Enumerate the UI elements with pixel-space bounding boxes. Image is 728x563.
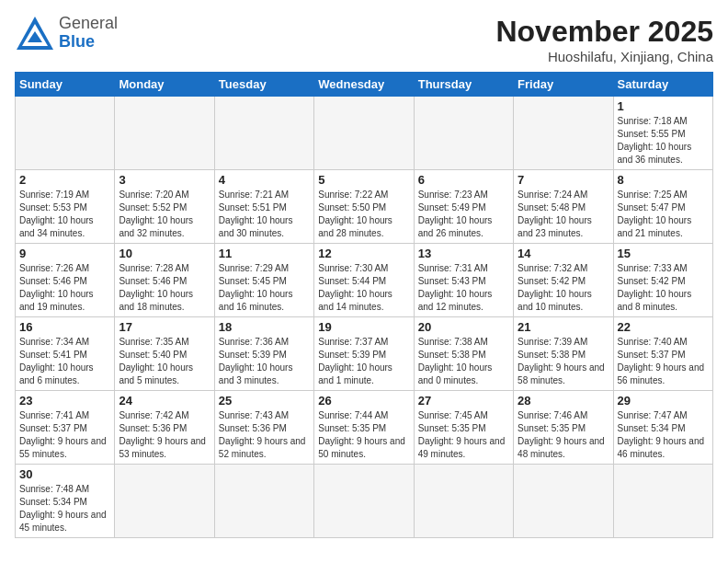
- day-info: Sunrise: 7:44 AM Sunset: 5:35 PM Dayligh…: [318, 409, 409, 461]
- day-number: 18: [219, 320, 310, 334]
- day-info: Sunrise: 7:41 AM Sunset: 5:37 PM Dayligh…: [19, 409, 110, 461]
- calendar-cell: [214, 465, 313, 538]
- day-number: 12: [318, 247, 409, 260]
- logo: General Blue: [15, 15, 118, 52]
- day-number: 11: [219, 247, 310, 260]
- weekday-header-row: SundayMondayTuesdayWednesdayThursdayFrid…: [16, 73, 713, 97]
- calendar-cell: 19Sunrise: 7:37 AM Sunset: 5:39 PM Dayli…: [314, 317, 414, 391]
- calendar-cell: [514, 465, 613, 538]
- calendar-cell: 9Sunrise: 7:26 AM Sunset: 5:46 PM Daylig…: [16, 244, 115, 317]
- calendar-cell: 11Sunrise: 7:29 AM Sunset: 5:45 PM Dayli…: [214, 244, 313, 317]
- day-number: 24: [119, 394, 210, 408]
- day-number: 3: [119, 173, 210, 187]
- day-info: Sunrise: 7:25 AM Sunset: 5:47 PM Dayligh…: [618, 189, 709, 240]
- calendar-cell: 4Sunrise: 7:21 AM Sunset: 5:51 PM Daylig…: [214, 170, 313, 244]
- day-info: Sunrise: 7:19 AM Sunset: 5:53 PM Dayligh…: [19, 189, 110, 240]
- day-number: 29: [618, 394, 709, 408]
- logo-blue: Blue: [59, 32, 95, 51]
- calendar-cell: 6Sunrise: 7:23 AM Sunset: 5:49 PM Daylig…: [414, 170, 513, 244]
- day-number: 4: [219, 173, 310, 187]
- day-number: 7: [518, 173, 609, 187]
- calendar-cell: 30Sunrise: 7:48 AM Sunset: 5:34 PM Dayli…: [16, 465, 115, 538]
- weekday-header-saturday: Saturday: [613, 73, 712, 97]
- day-info: Sunrise: 7:22 AM Sunset: 5:50 PM Dayligh…: [318, 189, 409, 240]
- calendar-cell: [115, 465, 214, 538]
- month-title: November 2025: [495, 15, 713, 49]
- calendar-cell: 17Sunrise: 7:35 AM Sunset: 5:40 PM Dayli…: [115, 317, 214, 391]
- day-info: Sunrise: 7:33 AM Sunset: 5:42 PM Dayligh…: [618, 262, 709, 314]
- calendar-cell: [314, 465, 414, 538]
- calendar-cell: 24Sunrise: 7:42 AM Sunset: 5:36 PM Dayli…: [115, 391, 214, 465]
- week-row-0: 1Sunrise: 7:18 AM Sunset: 5:55 PM Daylig…: [16, 97, 713, 170]
- calendar-cell: 28Sunrise: 7:46 AM Sunset: 5:35 PM Dayli…: [514, 391, 613, 465]
- week-row-4: 23Sunrise: 7:41 AM Sunset: 5:37 PM Dayli…: [16, 391, 713, 465]
- calendar-cell: [414, 97, 513, 170]
- calendar-cell: 18Sunrise: 7:36 AM Sunset: 5:39 PM Dayli…: [214, 317, 313, 391]
- day-info: Sunrise: 7:20 AM Sunset: 5:52 PM Dayligh…: [119, 189, 210, 240]
- header: General Blue November 2025 Huoshilafu, X…: [15, 15, 713, 64]
- weekday-header-sunday: Sunday: [16, 73, 115, 97]
- weekday-header-tuesday: Tuesday: [214, 73, 313, 97]
- calendar-cell: 2Sunrise: 7:19 AM Sunset: 5:53 PM Daylig…: [16, 170, 115, 244]
- day-number: 6: [418, 173, 509, 187]
- calendar-cell: 5Sunrise: 7:22 AM Sunset: 5:50 PM Daylig…: [314, 170, 414, 244]
- calendar-cell: [214, 97, 313, 170]
- page: General Blue November 2025 Huoshilafu, X…: [0, 0, 728, 546]
- calendar-cell: 15Sunrise: 7:33 AM Sunset: 5:42 PM Dayli…: [613, 244, 712, 317]
- day-info: Sunrise: 7:47 AM Sunset: 5:34 PM Dayligh…: [618, 409, 709, 461]
- day-number: 23: [19, 394, 110, 408]
- logo-general: General: [59, 14, 118, 32]
- day-number: 16: [19, 320, 110, 334]
- day-number: 2: [19, 173, 110, 187]
- calendar-cell: 26Sunrise: 7:44 AM Sunset: 5:35 PM Dayli…: [314, 391, 414, 465]
- day-info: Sunrise: 7:45 AM Sunset: 5:35 PM Dayligh…: [418, 409, 509, 461]
- day-number: 28: [518, 394, 609, 408]
- calendar-cell: 27Sunrise: 7:45 AM Sunset: 5:35 PM Dayli…: [414, 391, 513, 465]
- day-number: 21: [518, 320, 609, 334]
- calendar-cell: [115, 97, 214, 170]
- title-block: November 2025 Huoshilafu, Xinjiang, Chin…: [495, 15, 713, 64]
- calendar-cell: 12Sunrise: 7:30 AM Sunset: 5:44 PM Dayli…: [314, 244, 414, 317]
- calendar-cell: [514, 97, 613, 170]
- calendar-cell: 7Sunrise: 7:24 AM Sunset: 5:48 PM Daylig…: [514, 170, 613, 244]
- day-number: 17: [119, 320, 210, 334]
- day-info: Sunrise: 7:46 AM Sunset: 5:35 PM Dayligh…: [518, 409, 609, 461]
- day-number: 1: [618, 99, 709, 113]
- day-info: Sunrise: 7:28 AM Sunset: 5:46 PM Dayligh…: [119, 262, 210, 314]
- location: Huoshilafu, Xinjiang, China: [495, 49, 713, 64]
- day-info: Sunrise: 7:39 AM Sunset: 5:38 PM Dayligh…: [518, 336, 609, 387]
- week-row-2: 9Sunrise: 7:26 AM Sunset: 5:46 PM Daylig…: [16, 244, 713, 317]
- calendar-cell: 14Sunrise: 7:32 AM Sunset: 5:42 PM Dayli…: [514, 244, 613, 317]
- calendar-cell: 29Sunrise: 7:47 AM Sunset: 5:34 PM Dayli…: [613, 391, 712, 465]
- day-info: Sunrise: 7:40 AM Sunset: 5:37 PM Dayligh…: [618, 336, 709, 387]
- calendar-cell: 23Sunrise: 7:41 AM Sunset: 5:37 PM Dayli…: [16, 391, 115, 465]
- day-info: Sunrise: 7:26 AM Sunset: 5:46 PM Dayligh…: [19, 262, 110, 314]
- calendar-cell: 8Sunrise: 7:25 AM Sunset: 5:47 PM Daylig…: [613, 170, 712, 244]
- week-row-1: 2Sunrise: 7:19 AM Sunset: 5:53 PM Daylig…: [16, 170, 713, 244]
- day-info: Sunrise: 7:23 AM Sunset: 5:49 PM Dayligh…: [418, 189, 509, 240]
- day-number: 30: [19, 467, 110, 481]
- calendar: SundayMondayTuesdayWednesdayThursdayFrid…: [15, 72, 713, 538]
- day-info: Sunrise: 7:35 AM Sunset: 5:40 PM Dayligh…: [119, 336, 210, 387]
- calendar-cell: 16Sunrise: 7:34 AM Sunset: 5:41 PM Dayli…: [16, 317, 115, 391]
- day-info: Sunrise: 7:34 AM Sunset: 5:41 PM Dayligh…: [19, 336, 110, 387]
- day-info: Sunrise: 7:18 AM Sunset: 5:55 PM Dayligh…: [618, 115, 709, 167]
- day-number: 26: [318, 394, 409, 408]
- calendar-cell: 20Sunrise: 7:38 AM Sunset: 5:38 PM Dayli…: [414, 317, 513, 391]
- weekday-header-wednesday: Wednesday: [314, 73, 414, 97]
- calendar-cell: [16, 97, 115, 170]
- logo-text: General Blue: [59, 15, 118, 52]
- weekday-header-thursday: Thursday: [414, 73, 513, 97]
- day-number: 8: [618, 173, 709, 187]
- day-number: 14: [518, 247, 609, 260]
- weekday-header-monday: Monday: [115, 73, 214, 97]
- day-number: 22: [618, 320, 709, 334]
- day-info: Sunrise: 7:24 AM Sunset: 5:48 PM Dayligh…: [518, 189, 609, 240]
- day-info: Sunrise: 7:31 AM Sunset: 5:43 PM Dayligh…: [418, 262, 509, 314]
- day-number: 27: [418, 394, 509, 408]
- week-row-3: 16Sunrise: 7:34 AM Sunset: 5:41 PM Dayli…: [16, 317, 713, 391]
- day-info: Sunrise: 7:48 AM Sunset: 5:34 PM Dayligh…: [19, 483, 110, 534]
- calendar-cell: 13Sunrise: 7:31 AM Sunset: 5:43 PM Dayli…: [414, 244, 513, 317]
- calendar-cell: 10Sunrise: 7:28 AM Sunset: 5:46 PM Dayli…: [115, 244, 214, 317]
- day-info: Sunrise: 7:38 AM Sunset: 5:38 PM Dayligh…: [418, 336, 509, 387]
